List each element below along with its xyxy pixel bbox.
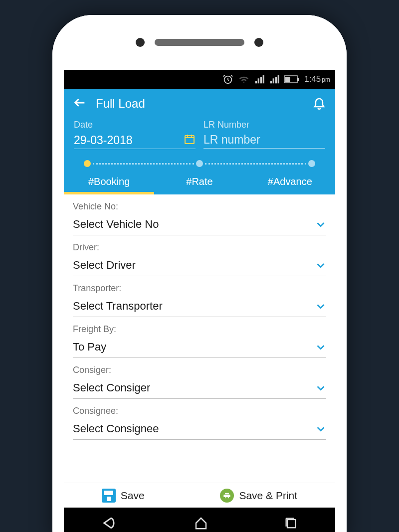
date-field[interactable]: Date 29-03-2018 bbox=[74, 120, 196, 149]
freight-label: Freight By: bbox=[73, 324, 326, 335]
nav-home-button[interactable] bbox=[194, 516, 208, 531]
chevron-down-icon bbox=[315, 382, 326, 393]
step-line-2 bbox=[205, 163, 306, 165]
step-line-1 bbox=[93, 163, 194, 165]
date-value: 29-03-2018 bbox=[74, 134, 184, 147]
transporter-value: Select Transporter bbox=[73, 300, 315, 313]
driver-value: Select Driver bbox=[73, 259, 315, 272]
freight-select[interactable]: To Pay bbox=[73, 338, 326, 358]
signal-2-icon bbox=[269, 74, 279, 84]
transporter-field: Transporter: Select Transporter bbox=[64, 276, 335, 317]
android-status-bar: 1:45 pm bbox=[64, 70, 335, 89]
tab-bar: #Booking #Rate #Advance bbox=[64, 170, 335, 194]
app-header: Full Load Date 29-03-2018 LR Numbe bbox=[64, 89, 335, 194]
status-time: 1:45 pm bbox=[304, 74, 330, 84]
save-print-button[interactable]: Save & Print bbox=[220, 489, 297, 503]
notifications-button[interactable] bbox=[312, 96, 326, 112]
chevron-down-icon bbox=[315, 342, 326, 353]
sensor-dot bbox=[136, 38, 145, 47]
wifi-icon bbox=[238, 74, 249, 85]
save-button[interactable]: Save bbox=[102, 489, 145, 503]
progress-stepper bbox=[64, 153, 335, 170]
freight-field: Freight By: To Pay bbox=[64, 317, 335, 358]
nav-back-button[interactable] bbox=[101, 515, 118, 532]
page-title: Full Load bbox=[96, 97, 312, 111]
bell-icon bbox=[312, 96, 326, 110]
step-2-dot bbox=[196, 160, 203, 167]
transporter-select[interactable]: Select Transporter bbox=[73, 297, 326, 317]
phone-screen: 1:45 pm Full Load Date 29-03-2018 bbox=[64, 70, 335, 532]
svg-rect-4 bbox=[185, 136, 194, 144]
status-time-value: 1:45 bbox=[304, 74, 321, 84]
header-form-fields: Date 29-03-2018 LR Number LR number bbox=[64, 117, 335, 153]
consigner-label: Consiger: bbox=[73, 365, 326, 375]
driver-field: Driver: Select Driver bbox=[64, 235, 335, 276]
phone-device-frame: 1:45 pm Full Load Date 29-03-2018 bbox=[52, 15, 347, 532]
tab-rate[interactable]: #Rate bbox=[154, 170, 244, 194]
chevron-down-icon bbox=[315, 219, 326, 230]
vehicle-field: Vehicle No: Select Vehicle No bbox=[64, 194, 335, 235]
step-1-dot bbox=[84, 160, 91, 167]
svg-rect-5 bbox=[287, 520, 295, 528]
chevron-down-icon bbox=[315, 260, 326, 271]
freight-value: To Pay bbox=[73, 341, 315, 354]
driver-label: Driver: bbox=[73, 242, 326, 253]
calendar-icon[interactable] bbox=[184, 133, 196, 147]
consigner-value: Select Consiger bbox=[73, 381, 315, 394]
print-icon bbox=[220, 489, 234, 503]
form-body: Vehicle No: Select Vehicle No Driver: Se… bbox=[64, 194, 335, 440]
action-bar: Save Save & Print bbox=[64, 483, 335, 508]
consignee-value: Select Consignee bbox=[73, 422, 315, 435]
nav-recent-icon bbox=[284, 516, 298, 530]
vehicle-value: Select Vehicle No bbox=[73, 218, 315, 231]
consignee-field: Consignee: Select Consignee bbox=[64, 399, 335, 440]
nav-back-icon bbox=[101, 515, 118, 532]
tab-booking[interactable]: #Booking bbox=[64, 170, 154, 194]
consigner-select[interactable]: Select Consiger bbox=[73, 378, 326, 399]
title-bar: Full Load bbox=[64, 89, 335, 117]
camera-dot bbox=[254, 38, 263, 47]
svg-rect-2 bbox=[297, 78, 299, 81]
android-nav-bar bbox=[64, 508, 335, 532]
consigner-field: Consiger: Select Consiger bbox=[64, 358, 335, 399]
lr-number-field[interactable]: LR Number LR number bbox=[203, 120, 325, 149]
lr-number-label: LR Number bbox=[203, 120, 325, 130]
lr-number-placeholder: LR number bbox=[203, 133, 325, 147]
chevron-down-icon bbox=[315, 423, 326, 434]
transporter-label: Transporter: bbox=[73, 283, 326, 294]
driver-select[interactable]: Select Driver bbox=[73, 256, 326, 276]
arrow-left-icon bbox=[73, 96, 87, 110]
alarm-icon bbox=[222, 74, 233, 85]
active-tab-indicator bbox=[64, 192, 154, 194]
back-button[interactable] bbox=[73, 96, 87, 112]
tab-advance[interactable]: #Advance bbox=[245, 170, 335, 194]
save-label: Save bbox=[121, 490, 145, 502]
chevron-down-icon bbox=[315, 301, 326, 312]
consignee-label: Consignee: bbox=[73, 406, 326, 416]
date-label: Date bbox=[74, 120, 196, 130]
status-time-ampm: pm bbox=[322, 76, 330, 83]
phone-hardware-top bbox=[52, 15, 347, 70]
svg-rect-3 bbox=[285, 77, 290, 82]
consignee-select[interactable]: Select Consignee bbox=[73, 419, 326, 440]
battery-icon bbox=[284, 75, 299, 83]
step-3-dot bbox=[308, 160, 315, 167]
vehicle-label: Vehicle No: bbox=[73, 201, 326, 212]
signal-1-icon bbox=[254, 74, 264, 84]
save-print-label: Save & Print bbox=[239, 490, 297, 502]
vehicle-select[interactable]: Select Vehicle No bbox=[73, 215, 326, 235]
nav-recent-button[interactable] bbox=[284, 516, 298, 530]
save-icon bbox=[102, 489, 116, 503]
speaker-grille bbox=[155, 39, 244, 46]
nav-home-icon bbox=[194, 516, 208, 531]
